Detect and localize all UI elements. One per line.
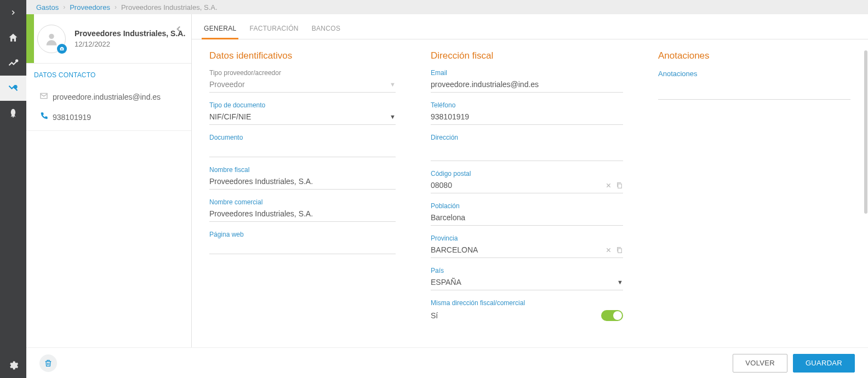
input-poblacion[interactable] (431, 213, 623, 222)
record-date: 12/12/2022 (75, 40, 185, 48)
crumb-proveedores[interactable]: Proveedores (70, 3, 110, 12)
scrollbar[interactable] (864, 50, 868, 347)
contact-phone-value: 938101919 (53, 113, 91, 122)
delete-button[interactable] (39, 354, 57, 372)
select-tipo-proveedor[interactable]: Proveedor (209, 80, 386, 89)
link-anotaciones[interactable]: Anotaciones (658, 70, 698, 78)
record-header: Proveedores Industriales, S.A. 12/12/202… (26, 14, 191, 64)
label-misma-direccion: Misma dirección fiscal/comercial (431, 299, 623, 307)
crumb-gastos[interactable]: Gastos (36, 3, 59, 12)
label-codigo-postal: Código postal (431, 170, 623, 177)
svg-rect-8 (618, 184, 622, 188)
label-poblacion: Población (431, 202, 623, 210)
contact-phone-row[interactable]: 938101919 (34, 107, 184, 127)
input-direccion[interactable] (431, 147, 623, 156)
crumb-current: Proveedores Industriales, S.A. (121, 3, 218, 12)
sidebar-settings-icon[interactable] (0, 353, 26, 378)
contact-email-row[interactable]: proveedore.industriales@ind.es (34, 87, 184, 107)
sidebar-expenses-icon[interactable] (0, 76, 26, 101)
svg-point-4 (49, 33, 54, 38)
toggle-misma-direccion[interactable] (601, 310, 623, 321)
sidebar-expand-icon[interactable] (0, 0, 26, 25)
label-telefono: Teléfono (431, 101, 623, 109)
tab-facturacion[interactable]: FACTURACIÓN (249, 25, 298, 39)
status-stripe (26, 14, 34, 63)
back-button[interactable]: VOLVER (733, 354, 787, 373)
footer-bar: VOLVER GUARDAR (26, 347, 868, 378)
label-provincia: Provincia (431, 234, 623, 242)
section-anotaciones: Anotaciones (658, 50, 850, 61)
select-tipo-documento[interactable]: NIF/CIF/NIE (209, 112, 386, 121)
input-provincia[interactable] (431, 245, 601, 254)
sidebar-home-icon[interactable] (0, 25, 26, 50)
chevron-down-icon: ▼ (390, 113, 396, 120)
record-name: Proveedores Industriales, S.A. (75, 29, 185, 38)
label-direccion: Dirección (431, 134, 623, 141)
chevron-down-icon: ▼ (617, 279, 623, 285)
email-icon (39, 91, 53, 102)
clear-icon[interactable] (606, 247, 612, 253)
svg-rect-11 (618, 248, 622, 253)
sidebar-analytics-icon[interactable] (0, 50, 26, 76)
select-pais[interactable]: ESPAÑA (431, 278, 614, 287)
label-email: Email (431, 69, 623, 77)
record-detail: GENERAL FACTURACIÓN BANCOS Datos identif… (192, 14, 868, 378)
clear-icon[interactable] (606, 182, 612, 188)
contact-heading: DATOS CONTACTO (34, 71, 184, 79)
sidebar-nav (0, 0, 26, 378)
input-nombre-fiscal[interactable] (209, 177, 396, 186)
collapse-icon[interactable] (173, 23, 185, 35)
misma-direccion-text: Sí (431, 311, 601, 320)
input-telefono[interactable] (431, 112, 623, 121)
copy-icon[interactable] (616, 182, 623, 189)
label-documento: Documento (209, 134, 396, 141)
svg-point-0 (16, 60, 18, 61)
save-button[interactable]: GUARDAR (793, 354, 855, 373)
label-tipo-documento: Tipo de documento (209, 101, 396, 109)
sidebar-launch-icon[interactable] (0, 101, 26, 126)
svg-point-5 (61, 48, 63, 50)
chevron-down-icon: ▼ (390, 81, 396, 88)
record-sidebar: Proveedores Industriales, S.A. 12/12/202… (26, 14, 192, 378)
input-pagina-web[interactable] (209, 242, 396, 250)
tab-general[interactable]: GENERAL (204, 25, 236, 39)
label-pais: País (431, 267, 623, 274)
camera-icon[interactable] (57, 44, 67, 54)
input-codigo-postal[interactable] (431, 181, 601, 190)
tab-bancos[interactable]: BANCOS (312, 25, 340, 39)
input-email[interactable] (431, 80, 623, 89)
breadcrumb: Gastos › Proveedores › Proveedores Indus… (26, 0, 868, 14)
phone-icon (39, 112, 53, 122)
tab-bar: GENERAL FACTURACIÓN BANCOS (192, 14, 868, 39)
label-pagina-web: Página web (209, 231, 396, 238)
contact-email-value: proveedore.industriales@ind.es (53, 93, 161, 101)
chevron-right-icon: › (63, 3, 65, 11)
chevron-right-icon: › (115, 3, 117, 11)
label-tipo-proveedor: Tipo proveedor/acreedor (209, 69, 396, 77)
label-nombre-comercial: Nombre comercial (209, 198, 396, 206)
input-nombre-comercial[interactable] (209, 209, 396, 218)
copy-icon[interactable] (616, 247, 623, 254)
label-nombre-fiscal: Nombre fiscal (209, 166, 396, 174)
section-identificativos: Datos identificativos (209, 50, 396, 61)
divider (26, 130, 191, 131)
section-direccion: Dirección fiscal (431, 50, 623, 61)
input-documento[interactable] (209, 145, 396, 153)
